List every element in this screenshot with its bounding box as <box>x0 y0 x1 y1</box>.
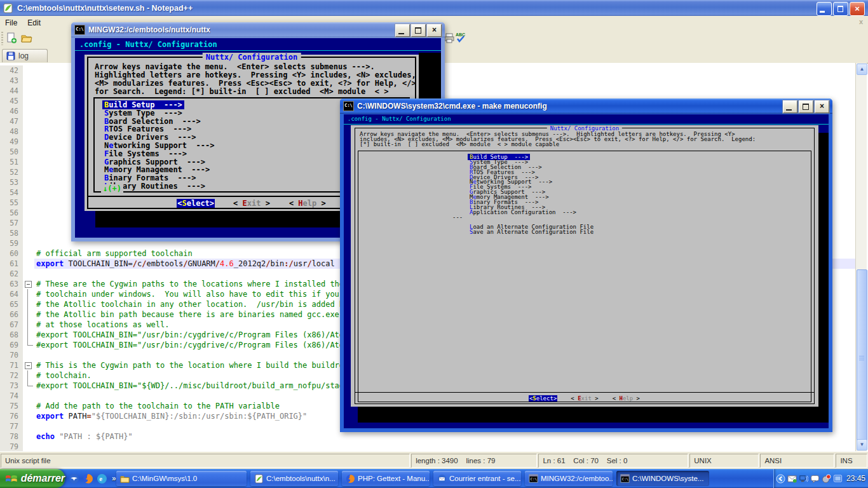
fold-margin[interactable] <box>23 208 34 218</box>
fold-margin[interactable] <box>23 320 34 330</box>
cmd-window[interactable]: C:\ C:\WINDOWS\system32\cmd.exe - make m… <box>340 98 832 432</box>
hide-chevron-icon[interactable] <box>776 474 785 484</box>
taskbar-button-3[interactable]: Courrier entrant - se... <box>433 471 521 486</box>
fold-margin[interactable] <box>23 198 34 208</box>
minimize-button[interactable] <box>783 100 797 113</box>
cmd-titlebar[interactable]: C:\ C:\WINDOWS\system32\cmd.exe - make m… <box>340 98 832 114</box>
fold-margin[interactable] <box>23 248 34 259</box>
taskbar-button-0[interactable]: C:\MinGW\msys\1.0 <box>116 471 247 486</box>
taskbar-button-2[interactable]: PHP: Gettext - Manu... <box>342 471 430 486</box>
vertical-scrollbar[interactable]: ▲ ▼ <box>855 63 867 451</box>
button-label: elect <box>187 199 210 208</box>
minimize-button[interactable] <box>395 24 410 37</box>
fold-margin[interactable] <box>23 116 34 126</box>
fold-margin[interactable] <box>23 309 34 320</box>
taskbar-button-1[interactable]: C:\embtools\nuttx\n... <box>250 471 338 486</box>
start-button[interactable]: démarrer <box>0 469 65 488</box>
display-icon[interactable] <box>833 474 843 484</box>
fold-margin[interactable] <box>23 381 34 391</box>
fold-margin[interactable] <box>23 76 34 86</box>
taskbar-button-5[interactable]: C:\C:\WINDOWS\syste... <box>616 471 709 486</box>
fold-margin[interactable] <box>23 421 34 431</box>
folder-icon <box>120 474 130 483</box>
line-number: 78 <box>0 431 23 442</box>
line-number: 65 <box>0 299 23 309</box>
menubar-close-icon[interactable]: x <box>859 18 863 25</box>
fold-margin[interactable] <box>23 96 34 106</box>
fold-margin[interactable] <box>23 177 34 187</box>
firefox-icon[interactable] <box>83 473 93 484</box>
fold-collapse-icon[interactable] <box>25 281 32 288</box>
toolbar-handle[interactable] <box>1 32 3 45</box>
notepadpp-titlebar[interactable]: C:\embtools\nuttx\nuttx\setenv.sh - Note… <box>0 0 868 16</box>
fold-margin[interactable] <box>23 269 34 279</box>
line-number: 50 <box>0 147 23 157</box>
mail-tray-icon[interactable] <box>787 474 797 484</box>
thunderbird-icon[interactable] <box>69 473 79 484</box>
taskbar-button-4[interactable]: C:\MINGW32:/c/embtoo... <box>525 471 613 486</box>
code-text: echo "PATH : ${PATH}" <box>34 431 855 442</box>
fold-margin[interactable] <box>23 86 34 96</box>
messenger-icon[interactable] <box>810 474 820 484</box>
svg-text:e: e <box>99 475 102 482</box>
tab-log[interactable]: log <box>2 49 48 62</box>
new-file-icon[interactable] <box>6 32 17 44</box>
maximize-button[interactable] <box>411 24 426 37</box>
menu-edit[interactable]: Edit <box>22 17 46 29</box>
menu-item-label: Save an Alternate Configuration File <box>468 229 595 235</box>
close-button[interactable]: × <box>427 24 442 37</box>
open-folder-icon[interactable] <box>21 32 32 44</box>
fold-margin[interactable] <box>23 279 34 289</box>
fold-margin[interactable] <box>23 167 34 177</box>
fold-margin[interactable] <box>23 65 34 76</box>
fold-margin[interactable] <box>23 187 34 198</box>
fold-margin[interactable] <box>23 330 34 340</box>
fold-margin[interactable] <box>23 442 34 451</box>
ie-icon[interactable]: e <box>97 473 107 484</box>
minimize-button[interactable] <box>817 2 832 16</box>
fold-margin[interactable] <box>23 218 34 228</box>
restore-button[interactable] <box>833 2 848 16</box>
fold-margin[interactable] <box>23 137 34 147</box>
fold-margin[interactable] <box>23 106 34 116</box>
spell-check-icon[interactable]: ABC <box>455 31 466 43</box>
svg-text:C:\: C:\ <box>531 477 537 481</box>
fold-margin[interactable] <box>23 340 34 350</box>
fold-margin[interactable] <box>23 157 34 167</box>
bracket: > <box>210 199 214 208</box>
maximize-button[interactable] <box>799 100 813 113</box>
config-header: .config - Nuttx/ Configuration <box>348 116 451 122</box>
line-number: 67 <box>0 320 23 330</box>
fold-margin[interactable] <box>23 238 34 248</box>
fold-margin[interactable] <box>23 350 34 360</box>
fold-margin[interactable] <box>23 411 34 421</box>
bracket: < <box>571 395 578 402</box>
alert-icon[interactable] <box>822 474 831 484</box>
fold-margin[interactable] <box>23 228 34 238</box>
close-button[interactable]: × <box>815 100 829 113</box>
scroll-down-arrow[interactable]: ▼ <box>857 439 867 451</box>
line-number: 60 <box>0 248 23 259</box>
network-icon[interactable] <box>799 474 808 484</box>
quick-launch-overflow-chevron[interactable]: » <box>112 474 116 483</box>
fold-margin[interactable] <box>23 299 34 309</box>
print-icon[interactable] <box>444 32 455 44</box>
close-button[interactable]: × <box>850 2 865 16</box>
fold-margin[interactable] <box>23 126 34 137</box>
fold-margin[interactable] <box>23 289 34 299</box>
fold-margin[interactable] <box>23 431 34 442</box>
fold-margin[interactable] <box>23 391 34 401</box>
scrollbar-thumb[interactable] <box>857 269 867 442</box>
fold-margin[interactable] <box>23 147 34 157</box>
line-number: 43 <box>0 76 23 86</box>
fold-margin[interactable] <box>23 401 34 411</box>
fold-margin[interactable] <box>23 259 34 269</box>
mingw32-titlebar[interactable]: C:\ MINGW32:/c/embtools/nuttx/nuttx × <box>71 22 445 37</box>
fold-margin[interactable] <box>23 370 34 381</box>
fold-margin[interactable] <box>23 360 34 370</box>
scroll-up-arrow[interactable]: ▲ <box>857 64 867 75</box>
fold-collapse-icon[interactable] <box>25 362 32 369</box>
menu-file[interactable]: File <box>0 17 22 29</box>
button-label: elp <box>303 199 317 208</box>
dialog-title: Nuttx/ Configuration <box>203 53 301 62</box>
